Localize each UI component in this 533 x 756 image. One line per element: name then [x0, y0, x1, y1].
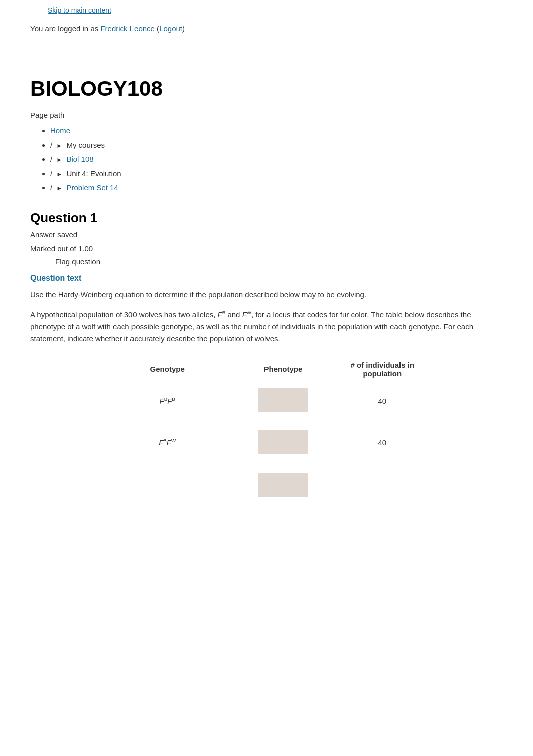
login-prefix: You are logged in as [30, 24, 100, 33]
col-header-count: # of individuals inpopulation [333, 357, 432, 382]
phenotype-cell-3 [233, 467, 333, 505]
breadcrumb-problemset14-link[interactable]: Problem Set 14 [66, 183, 118, 192]
breadcrumb-biol108: / ► Biol 108 [50, 152, 503, 167]
phenotype-cell-2 [233, 424, 333, 461]
col-header-genotype: Genotype [101, 357, 233, 382]
page-path-label: Page path [30, 111, 503, 119]
breadcrumb-mycourses-label: My courses [66, 141, 105, 149]
course-title: BIOLOGY108 [30, 77, 503, 101]
breadcrumb-home-link[interactable]: Home [50, 126, 70, 135]
question-title: Question 1 [30, 210, 503, 226]
breadcrumb-unit4: / ► Unit 4: Evolution [50, 167, 503, 181]
breadcrumb-unit4-label: Unit 4: Evolution [66, 169, 121, 178]
breadcrumb: Home / ► My courses / ► Biol 108 / ► Uni… [30, 123, 503, 195]
table-row: FBFB 40 [101, 382, 432, 420]
answer-saved-text: Answer saved [30, 229, 503, 241]
breadcrumb-problemset14: / ► Problem Set 14 [50, 181, 503, 195]
marked-out-of-text: Marked out of 1.00 [30, 243, 503, 255]
genotype-table: Genotype Phenotype # of individuals inpo… [101, 357, 432, 505]
col-header-phenotype: Phenotype [233, 357, 333, 382]
table-row-divider [101, 420, 432, 424]
count-cell-1: 40 [333, 382, 432, 420]
table-row: FBFW 40 [101, 424, 432, 461]
flag-question-text: Flag question [55, 257, 503, 266]
question-body-text: Use the Hardy-Weinberg equation to deter… [30, 289, 503, 301]
skip-to-main-link[interactable]: Skip to main content [0, 0, 533, 18]
table-row-divider2 [101, 461, 432, 467]
logout-link[interactable]: Logout [159, 24, 182, 33]
breadcrumb-mycourses: / ► My courses [50, 138, 503, 153]
genotype-cell-1: FBFB [101, 382, 233, 420]
login-bar: You are logged in as Fredrick Leonce (Lo… [0, 18, 533, 37]
phenotype-cell-1 [233, 382, 333, 420]
table-row [101, 467, 432, 505]
username-link[interactable]: Fredrick Leonce [100, 24, 155, 33]
count-cell-3 [333, 467, 432, 505]
genotype-cell-2: FBFW [101, 424, 233, 461]
breadcrumb-biol108-link[interactable]: Biol 108 [66, 155, 93, 163]
count-cell-2: 40 [333, 424, 432, 461]
question-text-label: Question text [30, 274, 503, 283]
question-description: A hypothetical population of 300 wolves … [30, 309, 503, 345]
genotype-cell-3 [101, 467, 233, 505]
breadcrumb-home: Home [50, 123, 503, 138]
